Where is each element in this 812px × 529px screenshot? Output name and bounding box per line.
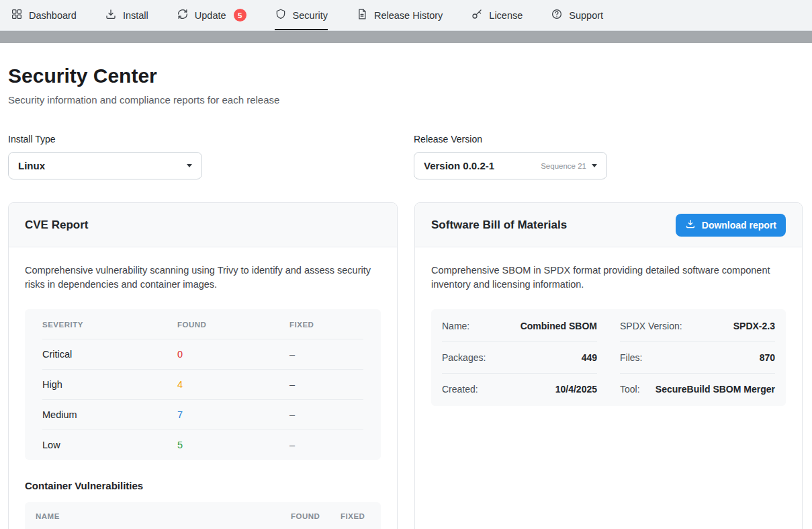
cve-report-body: Comprehensive vulnerability scanning usi… (9, 247, 397, 529)
nav-label: Install (123, 10, 148, 21)
detail-label: Packages: (442, 352, 486, 363)
col-name: NAME (36, 512, 291, 520)
cve-report-description: Comprehensive vulnerability scanning usi… (25, 263, 374, 292)
download-report-button[interactable]: Download report (676, 214, 786, 237)
nav-item-security[interactable]: Security (275, 0, 328, 30)
table-row: Medium 7 – (42, 399, 363, 430)
document-icon (356, 8, 368, 22)
page-subtitle: Security information and compliance repo… (8, 94, 803, 106)
install-type-label: Install Type (8, 134, 397, 145)
container-vulnerabilities-table-header: NAME FOUND FIXED (25, 502, 381, 529)
sbom-detail-spdx-version: SPDX Version: SPDX-2.3 (620, 311, 775, 342)
page-title: Security Center (8, 65, 803, 87)
table-row: Critical 0 – (42, 339, 363, 369)
cve-report-header: CVE Report (9, 203, 397, 247)
cve-report-title: CVE Report (25, 218, 88, 232)
download-report-label: Download report (702, 220, 776, 231)
nav-item-release-history[interactable]: Release History (356, 0, 443, 30)
nav-item-update[interactable]: Update 5 (177, 0, 246, 30)
update-count-badge: 5 (234, 9, 246, 22)
container-vulnerabilities-title: Container Vulnerabilities (25, 480, 381, 491)
detail-value: Combined SBOM (521, 321, 597, 331)
sbom-details-panel: Name: Combined SBOM SPDX Version: SPDX-2… (431, 309, 786, 406)
sequence-label: Sequence 21 (541, 162, 586, 170)
sbom-detail-files: Files: 870 (620, 342, 775, 374)
security-center-page: Security Center Security information and… (0, 65, 812, 529)
sbom-detail-created: Created: 10/4/2025 (442, 374, 597, 405)
sbom-detail-tool: Tool: SecureBuild SBOM Merger (620, 374, 775, 405)
download-icon (105, 8, 117, 22)
nav-label: Release History (374, 10, 443, 21)
col-found: FOUND (177, 321, 289, 329)
release-version-value: Version 0.0.2-1 (424, 160, 494, 171)
severity-found-count: 0 (177, 349, 289, 360)
install-type-value: Linux (18, 160, 45, 171)
release-version-label: Release Version (414, 134, 803, 145)
filters-row: Install Type Linux Release Version Versi… (8, 134, 803, 179)
nav-item-license[interactable]: License (471, 0, 523, 30)
nav-item-install[interactable]: Install (105, 0, 148, 30)
chevron-down-icon (187, 164, 192, 167)
sbom-header: Software Bill of Materials Download repo… (415, 203, 802, 247)
detail-value: SPDX-2.3 (733, 321, 775, 331)
chevron-down-icon (592, 164, 597, 167)
detail-value: 449 (582, 352, 597, 363)
col-fixed: FIXED (341, 512, 370, 520)
col-found: FOUND (291, 512, 341, 520)
severity-fixed-count: – (289, 349, 363, 360)
severity-name: Low (42, 440, 177, 450)
nav-label: Dashboard (29, 10, 77, 21)
severity-fixed-count: – (289, 440, 363, 450)
detail-label: Files: (620, 352, 642, 363)
install-type-select[interactable]: Linux (8, 152, 202, 179)
severity-name: Medium (42, 409, 177, 420)
severity-found-count: 4 (177, 379, 289, 390)
detail-label: Tool: (620, 384, 640, 395)
sbom-detail-packages: Packages: 449 (442, 342, 597, 374)
report-cards: CVE Report Comprehensive vulnerability s… (8, 202, 803, 529)
detail-label: SPDX Version: (620, 321, 682, 331)
nav-item-support[interactable]: Support (551, 0, 603, 30)
table-row: Low 5 – (42, 430, 363, 460)
severity-name: Critical (42, 349, 177, 360)
detail-value: 870 (760, 352, 775, 363)
severity-name: High (42, 379, 177, 390)
shield-icon (275, 8, 287, 22)
detail-value: 10/4/2025 (555, 384, 597, 395)
nav-label: Update (195, 10, 226, 21)
detail-value: SecureBuild SBOM Merger (656, 384, 775, 395)
nav-label: Support (569, 10, 603, 21)
col-severity: SEVERITY (42, 321, 177, 329)
sbom-title: Software Bill of Materials (431, 218, 567, 232)
top-navigation: Dashboard Install Update 5 Security Rele… (0, 0, 812, 31)
severity-table-header: SEVERITY FOUND FIXED (42, 309, 363, 339)
grid-icon (11, 8, 23, 22)
refresh-icon (177, 8, 189, 22)
col-fixed: FIXED (289, 321, 363, 329)
sbom-card: Software Bill of Materials Download repo… (414, 202, 803, 529)
release-version-select[interactable]: Version 0.0.2-1 Sequence 21 (414, 152, 607, 179)
header-divider-band (0, 31, 812, 43)
detail-label: Created: (442, 384, 478, 395)
severity-table: SEVERITY FOUND FIXED Critical 0 – High 4… (25, 309, 381, 460)
severity-found-count: 7 (177, 409, 289, 420)
nav-label: License (489, 10, 523, 21)
severity-found-count: 5 (177, 440, 289, 450)
table-row: High 4 – (42, 369, 363, 399)
help-icon (551, 8, 563, 22)
sbom-description: Comprehensive SBOM in SPDX format provid… (431, 263, 775, 292)
sbom-detail-name: Name: Combined SBOM (442, 311, 597, 342)
nav-item-dashboard[interactable]: Dashboard (11, 0, 77, 30)
detail-label: Name: (442, 321, 469, 331)
nav-label: Security (293, 10, 328, 21)
key-icon (471, 8, 483, 22)
download-icon (685, 218, 696, 231)
cve-report-card: CVE Report Comprehensive vulnerability s… (8, 202, 398, 529)
severity-fixed-count: – (289, 379, 363, 390)
severity-fixed-count: – (289, 409, 363, 420)
sbom-body: Comprehensive SBOM in SPDX format provid… (415, 247, 802, 422)
